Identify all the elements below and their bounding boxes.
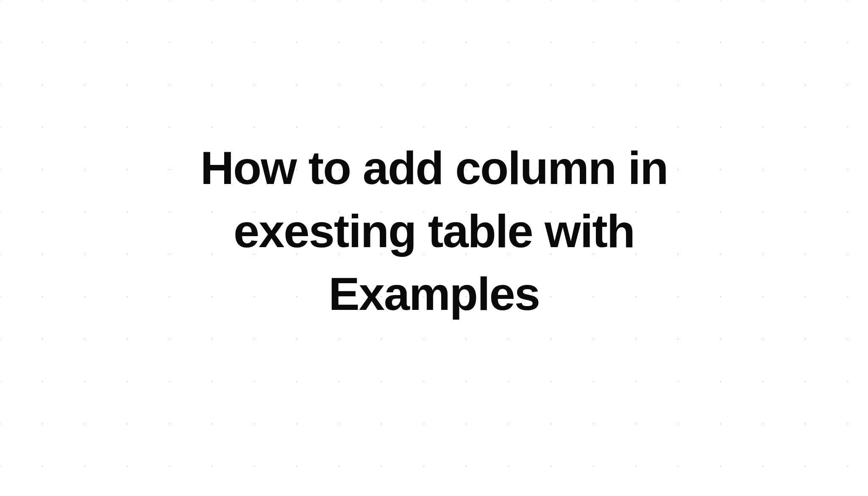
page-title: How to add column in exesting table with…	[159, 137, 709, 326]
